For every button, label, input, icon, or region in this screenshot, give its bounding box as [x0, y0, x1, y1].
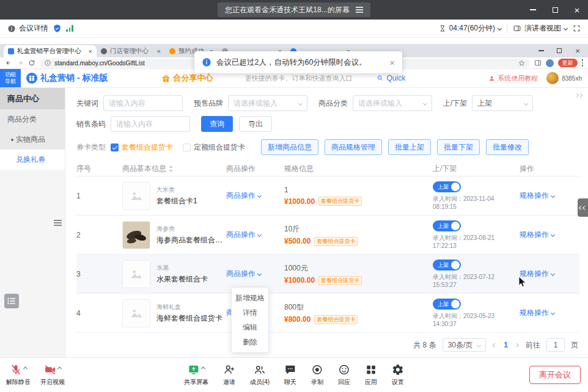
chevron-up-icon[interactable]: [57, 366, 62, 371]
view-mode-switcher[interactable]: 演讲者视图: [513, 23, 567, 34]
members-button[interactable]: 成员(4): [250, 364, 270, 387]
category-select[interactable]: 请选择或输入: [353, 95, 432, 111]
function-nav-button[interactable]: 功能 导航: [0, 69, 21, 87]
shelf-toggle[interactable]: 上架: [433, 299, 461, 310]
row-index: 2: [76, 216, 122, 254]
leave-meeting-button[interactable]: 离开会议: [529, 366, 581, 384]
info-icon: [7, 24, 16, 33]
browser-update-button[interactable]: 更新: [558, 59, 578, 67]
product-op-dropdown: 新增规格 详情 编辑 删除: [231, 287, 269, 353]
sort-icon[interactable]: [169, 165, 173, 172]
maximize-button[interactable]: [544, 0, 566, 20]
product-op-link[interactable]: 商品操作: [226, 191, 261, 201]
tab-close-icon[interactable]: ×: [157, 48, 161, 55]
prev-page-button[interactable]: [492, 343, 498, 348]
quick-search-link[interactable]: Quick: [377, 74, 405, 82]
fullscreen-icon[interactable]: [573, 24, 581, 32]
chevron-up-icon[interactable]: [23, 366, 28, 371]
add-product-button[interactable]: 新增商品信息: [261, 139, 318, 155]
tutorial-link[interactable]: 系统使用教程: [488, 74, 538, 83]
card-type-option-1[interactable]: 套餐组合提货卡: [122, 142, 173, 153]
chat-button[interactable]: 聊天: [284, 364, 296, 387]
browser-tab-2[interactable]: 门店管理中心 ×: [97, 45, 165, 57]
site-info-icon[interactable]: [45, 60, 51, 66]
browser-minimize-button[interactable]: [533, 45, 549, 56]
chevron-up-icon[interactable]: [201, 366, 205, 371]
invite-button[interactable]: 邀请: [223, 364, 235, 387]
pagination: 共 8 条 30条/页 1 前往 页: [76, 338, 578, 352]
product-op-link-open[interactable]: 商品操作: [226, 269, 261, 279]
share-screen-button[interactable]: 共享屏幕: [184, 364, 208, 387]
dropdown-item-add-spec[interactable]: 新增规格: [232, 291, 268, 305]
floating-list-icon[interactable]: [4, 294, 19, 308]
batch-off-shelf-button[interactable]: 批量下架: [437, 139, 480, 155]
dropdown-item-delete[interactable]: 删除: [232, 335, 268, 349]
browser-maximize-button[interactable]: [551, 45, 567, 56]
record-button[interactable]: 录制: [311, 364, 323, 387]
side-panel-icon[interactable]: [534, 59, 542, 67]
reactions-button[interactable]: 回应: [338, 364, 350, 387]
shelf-toggle[interactable]: 上架: [433, 260, 461, 270]
sidebar-collapse-icon[interactable]: [54, 220, 62, 226]
browser-menu-icon[interactable]: [582, 59, 584, 67]
goto-page-input[interactable]: [546, 338, 565, 352]
brand-select[interactable]: 请选择或输入: [228, 95, 307, 111]
share-center-link[interactable]: 合分享中心: [161, 73, 213, 84]
browser-close-button[interactable]: ×: [570, 45, 586, 56]
back-icon[interactable]: [5, 59, 12, 67]
shelf-toggle[interactable]: 上架: [433, 181, 461, 192]
refresh-icon[interactable]: [28, 59, 35, 67]
forward-icon[interactable]: [17, 59, 24, 67]
chevron-down-icon: [257, 194, 262, 198]
bookmark-star-icon[interactable]: [518, 60, 525, 67]
batch-edit-button[interactable]: 批量修改: [486, 139, 529, 155]
keyword-input[interactable]: [103, 95, 183, 111]
tab-close-icon[interactable]: ×: [89, 48, 92, 55]
unmute-button[interactable]: 解除静音: [6, 364, 31, 387]
meeting-timer[interactable]: 04:47(60分钟): [439, 23, 501, 34]
spec-op-link[interactable]: 规格操作: [520, 191, 554, 201]
security-shield-icon[interactable]: [53, 24, 62, 33]
dropdown-item-edit[interactable]: 编辑: [232, 320, 268, 335]
browser-tab-1[interactable]: 礼盒营销平台管理中心 ×: [4, 45, 97, 57]
sidebar-section-product-center[interactable]: 商品中心: [0, 88, 65, 109]
page-size-select[interactable]: 30条/页: [443, 338, 487, 352]
current-page[interactable]: 1: [504, 341, 508, 349]
minimize-button[interactable]: [522, 0, 544, 20]
right-panel-flyout[interactable]: [578, 198, 588, 217]
row-index: 4: [76, 294, 122, 332]
card-type-checkbox-1[interactable]: [111, 143, 119, 151]
meeting-toolbar: 会议详情 04:47(60分钟) 演讲者视图: [0, 20, 588, 38]
spec-op-link[interactable]: 规格操作: [520, 230, 554, 240]
tab-favicon: [8, 48, 14, 54]
notification-close-icon[interactable]: ×: [389, 58, 395, 67]
collapse-panel-icon[interactable]: [575, 94, 582, 97]
close-button[interactable]: ×: [566, 0, 588, 20]
spec-manage-button[interactable]: 商品规格管理: [325, 139, 382, 155]
dropdown-item-details[interactable]: 详情: [232, 305, 268, 320]
user-menu[interactable]: 8385xh: [546, 72, 582, 84]
price: ¥500.00: [284, 237, 311, 245]
card-type-option-2[interactable]: 定额组合提货卡: [194, 142, 245, 153]
shelf-select[interactable]: 上架: [472, 95, 533, 111]
product-op-link[interactable]: 商品操作: [226, 230, 261, 240]
search-button[interactable]: 查询: [201, 116, 233, 132]
sidebar-item-physical-goods[interactable]: 实物商品: [0, 129, 65, 150]
sidebar-item-gift-voucher[interactable]: 兑换礼券: [0, 150, 65, 170]
meeting-details-button[interactable]: 会议详情: [7, 23, 48, 34]
sidebar-item-product-category[interactable]: 商品分类: [0, 109, 65, 129]
watching-title: 您正在观看金禾通技术王斌18...的屏幕: [225, 5, 349, 15]
spec-value: 10斤: [284, 224, 300, 234]
batch-on-shelf-button[interactable]: 批量上架: [388, 139, 431, 155]
barcode-input[interactable]: [111, 116, 190, 132]
next-page-button[interactable]: [514, 343, 520, 348]
apps-button[interactable]: 应用: [365, 364, 377, 387]
card-type-checkbox-2[interactable]: [183, 143, 191, 151]
browser-profile-avatar[interactable]: [546, 59, 554, 67]
settings-button[interactable]: 设置: [392, 364, 404, 387]
start-video-button[interactable]: 开启视频: [40, 364, 65, 387]
shelf-toggle[interactable]: 上架: [433, 220, 461, 231]
menu-icon[interactable]: [356, 7, 363, 13]
spec-op-link[interactable]: 规格操作: [520, 308, 554, 318]
export-button[interactable]: 导出: [239, 116, 272, 132]
